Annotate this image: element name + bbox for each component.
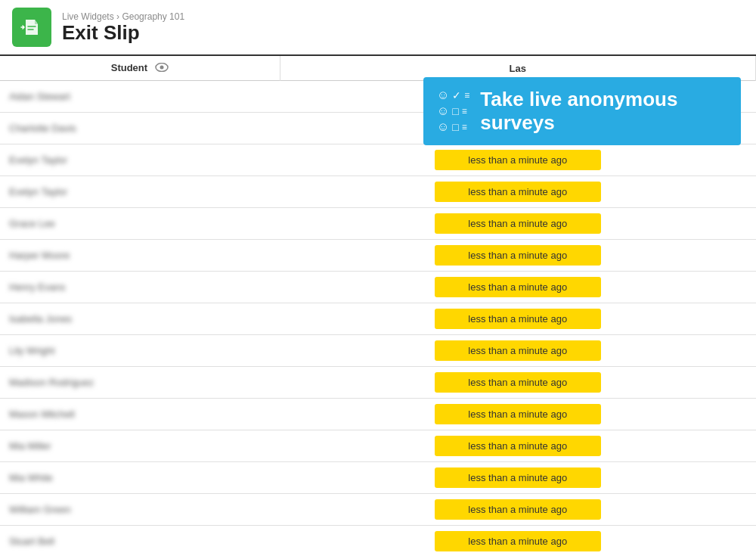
smiley-box2-icon: ☺ bbox=[437, 120, 449, 134]
student-name-cell: Aidan Stewart bbox=[0, 81, 280, 113]
student-name-cell: Mia Miller bbox=[0, 430, 280, 462]
table-row: Grace Leeless than a minute ago bbox=[0, 208, 756, 240]
tooltip-text: Take live anonymous surveys bbox=[480, 88, 727, 135]
table-row: Lily Wrightless than a minute ago bbox=[0, 335, 756, 367]
last-response-cell: less than a minute ago bbox=[280, 272, 756, 303]
col-header-student: Student bbox=[0, 56, 280, 81]
response-badge: less than a minute ago bbox=[435, 404, 601, 424]
smiley-box-icon: ☺ bbox=[437, 104, 449, 118]
header-text: Live Widgets › Geography 101 Exit Slip bbox=[62, 11, 184, 44]
last-response-cell: less than a minute ago bbox=[280, 399, 756, 430]
student-name-cell: Charlotte Davis bbox=[0, 113, 280, 144]
student-name-cell: Evelyn Taylor bbox=[0, 144, 280, 176]
table-row: Madison Rodriguezless than a minute ago bbox=[0, 367, 756, 399]
last-response-cell: less than a minute ago bbox=[280, 526, 756, 556]
last-response-cell: less than a minute ago bbox=[280, 430, 756, 462]
student-name-cell: Isabella Jones bbox=[0, 303, 280, 335]
response-badge: less than a minute ago bbox=[435, 150, 601, 170]
response-badge: less than a minute ago bbox=[435, 436, 601, 456]
last-response-cell: less than a minute ago bbox=[280, 335, 756, 367]
last-response-cell: less than a minute ago bbox=[280, 208, 756, 240]
student-name-cell: Harper Moore bbox=[0, 240, 280, 272]
last-response-cell: less than a minute ago bbox=[280, 367, 756, 399]
student-name-cell: Henry Evans bbox=[0, 272, 280, 303]
last-response-cell: less than a minute ago bbox=[280, 144, 756, 176]
table-row: Mason Mitchellless than a minute ago bbox=[0, 399, 756, 430]
last-response-cell: less than a minute ago bbox=[280, 494, 756, 526]
app-header: Live Widgets › Geography 101 Exit Slip bbox=[0, 0, 756, 56]
table-row: Stuart Bellless than a minute ago bbox=[0, 526, 756, 556]
student-name-cell: William Green bbox=[0, 494, 280, 526]
smiley-check-icon: ☺ bbox=[437, 89, 449, 102]
response-badge: less than a minute ago bbox=[435, 182, 601, 202]
student-name-cell: Mason Mitchell bbox=[0, 399, 280, 430]
response-badge: less than a minute ago bbox=[435, 467, 601, 488]
table-row: Isabella Jonesless than a minute ago bbox=[0, 303, 756, 335]
student-name-cell: Madison Rodriguez bbox=[0, 367, 280, 399]
response-badge: less than a minute ago bbox=[435, 372, 601, 393]
response-badge: less than a minute ago bbox=[435, 340, 601, 361]
table-row: Harper Mooreless than a minute ago bbox=[0, 240, 756, 272]
table-row: William Greenless than a minute ago bbox=[0, 494, 756, 526]
last-response-cell: less than a minute ago bbox=[280, 303, 756, 335]
breadcrumb: Live Widgets › Geography 101 bbox=[62, 11, 184, 22]
table-row: Evelyn Taylorless than a minute ago bbox=[0, 144, 756, 176]
response-badge: less than a minute ago bbox=[435, 531, 601, 551]
student-name-cell: Evelyn Taylor bbox=[0, 176, 280, 208]
visibility-icon[interactable] bbox=[155, 63, 169, 74]
response-badge: less than a minute ago bbox=[435, 309, 601, 329]
svg-point-2 bbox=[160, 66, 163, 70]
student-name-cell: Stuart Bell bbox=[0, 526, 280, 556]
tooltip-popup: ☺ ✓ ≡ ☺ □ ≡ ☺ □ ≡ Take live anonymous su… bbox=[423, 77, 741, 145]
last-response-cell: less than a minute ago bbox=[280, 462, 756, 494]
table-row: Mia Whiteless than a minute ago bbox=[0, 462, 756, 494]
student-name-cell: Grace Lee bbox=[0, 208, 280, 240]
app-logo bbox=[12, 8, 51, 47]
student-name-cell: Lily Wright bbox=[0, 335, 280, 367]
last-response-cell: less than a minute ago bbox=[280, 240, 756, 272]
response-badge: less than a minute ago bbox=[435, 213, 601, 234]
tooltip-icons: ☺ ✓ ≡ ☺ □ ≡ ☺ □ ≡ bbox=[437, 89, 469, 134]
student-name-cell: Mia White bbox=[0, 462, 280, 494]
table-row: Mia Millerless than a minute ago bbox=[0, 430, 756, 462]
response-badge: less than a minute ago bbox=[435, 245, 601, 266]
response-badge: less than a minute ago bbox=[435, 277, 601, 297]
last-response-cell: less than a minute ago bbox=[280, 176, 756, 208]
table-row: Henry Evansless than a minute ago bbox=[0, 272, 756, 303]
table-row: Evelyn Taylorless than a minute ago bbox=[0, 176, 756, 208]
response-badge: less than a minute ago bbox=[435, 499, 601, 520]
page-title: Exit Slip bbox=[62, 22, 184, 44]
